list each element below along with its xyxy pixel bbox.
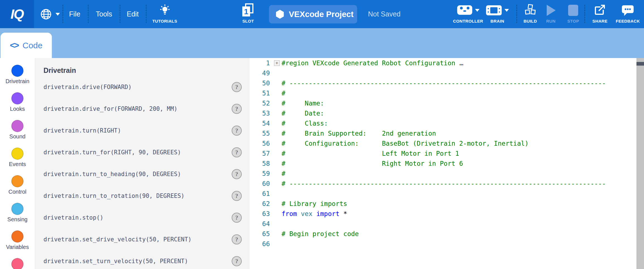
- tab-code[interactable]: <> Code: [1, 33, 52, 58]
- code-token: [340, 210, 343, 217]
- command-code: drivetrain.set_turn_velocity(50, PERCENT…: [43, 258, 188, 265]
- code-line[interactable]: 54# Class:: [250, 118, 636, 128]
- code-line[interactable]: 60# ------------------------------------…: [250, 179, 636, 189]
- code-line[interactable]: 63from vex import *: [250, 209, 636, 219]
- category-label: Variables: [6, 244, 29, 250]
- run-label: RUN: [546, 19, 556, 23]
- menu-tools[interactable]: Tools: [92, 0, 116, 28]
- command-help-button[interactable]: ?: [232, 234, 242, 244]
- controller-button[interactable]: CONTROLLER: [453, 3, 483, 23]
- code-line[interactable]: 64: [250, 219, 636, 229]
- command-help-button[interactable]: ?: [232, 169, 242, 179]
- category-sensing[interactable]: Sensing: [0, 203, 35, 230]
- share-label: SHARE: [592, 19, 608, 23]
- code-line[interactable]: 49: [250, 68, 636, 78]
- command-row[interactable]: drivetrain.turn(RIGHT)?: [35, 120, 250, 141]
- iq-logo-box[interactable]: IQ: [0, 0, 34, 28]
- category-label: Sensing: [7, 216, 27, 223]
- build-button[interactable]: BUILD: [524, 3, 537, 23]
- editor-scrollbar-track[interactable]: [636, 58, 644, 269]
- share-button[interactable]: SHARE: [592, 3, 608, 23]
- code-line[interactable]: 62# Library imports: [250, 199, 636, 209]
- command-row[interactable]: drivetrain.turn_for(RIGHT, 90, DEGREES)?: [35, 141, 250, 163]
- command-code: drivetrain.set_drive_velocity(50, PERCEN…: [43, 236, 192, 243]
- slot-number: 1: [244, 7, 248, 16]
- category-events[interactable]: Events: [0, 148, 35, 175]
- code-token: from: [282, 210, 297, 217]
- code-line[interactable]: 57# Left Motor in Port 1: [250, 148, 636, 158]
- command-row[interactable]: drivetrain.drive_for(FORWARD, 200, MM)?: [35, 98, 250, 120]
- fold-margin: [270, 209, 282, 219]
- command-row[interactable]: drivetrain.set_turn_velocity(50, PERCENT…: [35, 250, 250, 269]
- command-row[interactable]: drivetrain.drive(FORWARD)?: [35, 76, 250, 98]
- stop-button[interactable]: STOP: [567, 3, 579, 23]
- command-help-button[interactable]: ?: [232, 147, 242, 157]
- hexagon-icon: [276, 9, 284, 19]
- slot-button[interactable]: 1 SLOT: [241, 3, 255, 23]
- category-drivetrain[interactable]: Drivetrain: [0, 65, 35, 92]
- menu-file[interactable]: File: [65, 0, 84, 28]
- code-content: # Class:: [282, 118, 328, 128]
- brain-button[interactable]: BRAIN: [486, 3, 509, 23]
- category-control[interactable]: Control: [0, 175, 35, 203]
- code-line[interactable]: 59#: [250, 169, 636, 179]
- slot-icon: 1: [241, 3, 255, 18]
- command-code: drivetrain.drive(FORWARD): [43, 84, 132, 90]
- run-button[interactable]: RUN: [546, 3, 556, 23]
- category-sound[interactable]: Sound: [0, 120, 35, 148]
- language-menu[interactable]: [40, 0, 60, 28]
- category-color-dot: [11, 258, 23, 269]
- line-number: 53: [250, 108, 270, 118]
- project-name-button[interactable]: VEXcode Project: [269, 5, 357, 23]
- line-number: 62: [250, 199, 270, 209]
- code-content: # Configuration: BaseBot (Drivetrain 2-m…: [282, 138, 529, 148]
- code-line[interactable]: 61: [250, 189, 636, 199]
- code-token: # Left Motor in Port 1: [282, 150, 459, 157]
- line-number: 66: [250, 239, 270, 249]
- category-looks[interactable]: Looks: [0, 92, 35, 120]
- code-line[interactable]: 66: [250, 239, 636, 249]
- topbar-separator: [120, 5, 120, 23]
- command-help-button[interactable]: ?: [232, 213, 242, 223]
- line-number: 65: [250, 229, 270, 239]
- code-line[interactable]: 51#: [250, 88, 636, 98]
- fold-margin: [270, 219, 282, 229]
- fold-margin: [270, 158, 282, 169]
- stop-label: STOP: [567, 19, 579, 23]
- code-line[interactable]: 65# Begin project code: [250, 229, 636, 239]
- code-line[interactable]: 50# ------------------------------------…: [250, 78, 636, 88]
- code-line[interactable]: 52# Name:: [250, 98, 636, 108]
- fold-margin: [270, 118, 282, 128]
- code-content: # Brain Supported: 2nd generation: [282, 128, 436, 138]
- line-number: 58: [250, 158, 270, 169]
- category-label: Sound: [9, 133, 26, 140]
- code-line[interactable]: 55# Brain Supported: 2nd generation: [250, 128, 636, 138]
- tutorials-button[interactable]: TUTORIALS: [152, 3, 177, 23]
- command-row[interactable]: drivetrain.turn_to_heading(90, DEGREES)?: [35, 163, 250, 185]
- iq-logo: IQ: [11, 6, 24, 22]
- command-help-button[interactable]: ?: [232, 256, 242, 266]
- command-help-button[interactable]: ?: [232, 191, 242, 201]
- line-number: 56: [250, 138, 270, 148]
- feedback-button[interactable]: FEEDBACK: [616, 3, 640, 23]
- code-line[interactable]: 53# Date:: [250, 108, 636, 118]
- code-editor[interactable]: 1+#region VEXcode Generated Robot Config…: [250, 58, 636, 269]
- command-help-button[interactable]: ?: [232, 82, 242, 92]
- command-row[interactable]: drivetrain.turn_to_rotation(90, DEGREES)…: [35, 185, 250, 207]
- command-help-button[interactable]: ?: [232, 126, 242, 136]
- tab-row: <> Code ?: [0, 28, 644, 58]
- code-line[interactable]: 58# Right Motor in Port 6: [250, 158, 636, 169]
- code-token: # --------------------------------------…: [282, 80, 606, 87]
- command-help-button[interactable]: ?: [232, 104, 242, 114]
- menu-edit[interactable]: Edit: [123, 0, 142, 28]
- command-row[interactable]: drivetrain.stop()?: [35, 207, 250, 229]
- code-token: # Configuration: BaseBot (Drivetrain 2-m…: [282, 140, 529, 147]
- editor-scrollbar-thumb[interactable]: [636, 62, 644, 66]
- code-line[interactable]: 1+#region VEXcode Generated Robot Config…: [250, 58, 636, 68]
- command-row[interactable]: drivetrain.set_drive_velocity(50, PERCEN…: [35, 229, 250, 250]
- category-partial[interactable]: [0, 258, 35, 269]
- category-variables[interactable]: Variables: [0, 230, 35, 258]
- fold-expand-icon[interactable]: +: [274, 60, 280, 66]
- code-line[interactable]: 56# Configuration: BaseBot (Drivetrain 2…: [250, 138, 636, 148]
- code-token: #: [282, 170, 285, 177]
